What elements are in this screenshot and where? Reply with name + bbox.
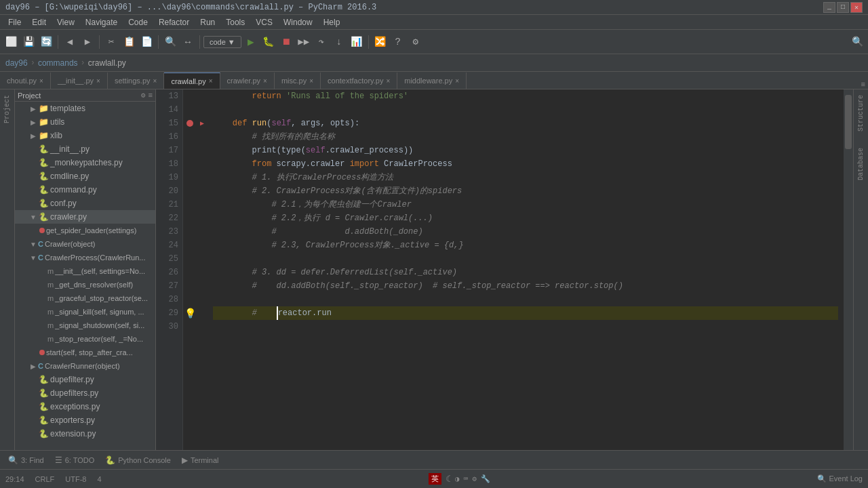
tree-item-get-dns[interactable]: m _get_dns_resolver(self) xyxy=(15,278,155,291)
tab-crawlall[interactable]: crawlall.py × xyxy=(164,73,220,89)
toolbar-search-all-btn[interactable]: 🔍 xyxy=(849,34,865,50)
toolbar-replace-btn[interactable]: ↔ xyxy=(180,34,196,50)
tree-item-utils[interactable]: ▶ 📁 utils xyxy=(15,115,155,129)
toolbar-project-btn[interactable]: ⬜ xyxy=(3,34,19,50)
project-panel-btn[interactable]: Project xyxy=(2,92,12,126)
tree-item-crawlerrunner[interactable]: ▶ C CrawlerRunner(object) xyxy=(15,359,155,373)
tree-item-xlib[interactable]: ▶ 📁 xlib xyxy=(15,129,155,142)
tab-misc-close[interactable]: × xyxy=(309,77,313,85)
tree-item-dupefilters[interactable]: 🐍 dupefilters.py xyxy=(15,386,155,400)
menu-vcs[interactable]: VCS xyxy=(250,16,278,28)
ime-tools-btn[interactable]: 🔧 xyxy=(481,474,490,483)
toolbar-stop-btn[interactable]: ⏹ xyxy=(278,34,294,50)
tab-crawler[interactable]: crawler.py × xyxy=(220,73,275,89)
scrollbar-track[interactable] xyxy=(844,89,853,450)
toolbar-run-dropdown[interactable]: code ▼ xyxy=(203,36,241,48)
toolbar-step-into-btn[interactable]: ↓ xyxy=(331,34,347,50)
tree-item-extension[interactable]: 🐍 extension.py xyxy=(15,427,155,441)
event-log-btn[interactable]: 🔍 Event Log xyxy=(817,474,863,483)
tab-misc[interactable]: misc.py × xyxy=(275,73,321,89)
toolbar-debug-btn[interactable]: 🐛 xyxy=(260,34,277,50)
menu-help[interactable]: Help xyxy=(318,16,346,28)
tree-gear-icon[interactable]: ⚙ xyxy=(141,91,146,100)
minimize-button[interactable]: _ xyxy=(823,2,835,13)
tab-settings[interactable]: settings.py × xyxy=(108,73,164,89)
close-button[interactable]: ✕ xyxy=(850,2,863,13)
breakpoint-15[interactable] xyxy=(186,120,193,127)
lightbulb-29[interactable]: 💡 xyxy=(183,306,197,320)
tree-item-cmdline[interactable]: 🐍 cmdline.py xyxy=(15,169,155,183)
tab-contextfactory[interactable]: contextfactory.py × xyxy=(321,73,397,89)
menu-edit[interactable]: Edit xyxy=(26,16,52,28)
tree-item-graceful-stop[interactable]: m _graceful_stop_reactor(se... xyxy=(15,291,155,305)
database-panel-btn[interactable]: Database xyxy=(856,145,866,183)
menu-code[interactable]: Code xyxy=(123,16,153,28)
tree-item-crawler[interactable]: ▼ 🐍 crawler.py xyxy=(15,210,155,224)
toolbar-help-btn[interactable]: ? xyxy=(390,34,406,50)
terminal-btn[interactable]: ▶ Terminal xyxy=(179,454,222,466)
ime-settings-btn[interactable]: ⚙ xyxy=(472,474,477,483)
toolbar-save-btn[interactable]: 💾 xyxy=(20,34,37,50)
tab-settings-close[interactable]: × xyxy=(153,77,157,85)
tree-item-init-method[interactable]: m __init__(self, settings=No... xyxy=(15,264,155,278)
toolbar-find-btn[interactable]: 🔍 xyxy=(162,34,178,50)
menu-refactor[interactable]: Refactor xyxy=(153,16,195,28)
scrollbar-thumb[interactable] xyxy=(845,95,852,149)
tab-middleware[interactable]: middleware.py × xyxy=(397,73,467,89)
tree-item-conf[interactable]: 🐍 conf.py xyxy=(15,197,155,210)
menu-view[interactable]: View xyxy=(52,16,80,28)
menu-file[interactable]: File xyxy=(3,16,26,28)
breadcrumb-file[interactable]: crawlall.py xyxy=(88,58,126,68)
tab-init-close[interactable]: × xyxy=(96,77,100,85)
tree-item-get-spider-loader[interactable]: get_spider_loader(settings) xyxy=(15,224,155,237)
tree-item-exporters[interactable]: 🐍 exporters.py xyxy=(15,413,155,427)
tab-contextfactory-close[interactable]: × xyxy=(386,77,390,85)
breadcrumb-root[interactable]: day96 xyxy=(5,58,28,68)
tree-item-command[interactable]: 🐍 command.py xyxy=(15,183,155,197)
toolbar-copy-btn[interactable]: 📋 xyxy=(121,34,137,50)
tree-item-signal-kill[interactable]: m _signal_kill(self, signum, ... xyxy=(15,305,155,319)
toolbar-paste-btn[interactable]: 📄 xyxy=(138,34,155,50)
breadcrumb-commands[interactable]: commands xyxy=(38,58,78,68)
tree-item-start-method[interactable]: start(self, stop_after_cra... xyxy=(15,346,155,359)
structure-panel-btn[interactable]: Structure xyxy=(856,92,866,134)
tree-item-signal-shutdown[interactable]: m _signal_shutdown(self, si... xyxy=(15,319,155,332)
toolbar-vcs-btn[interactable]: 🔀 xyxy=(372,34,389,50)
tree-item-crawlerprocess[interactable]: ▼ C CrawlerProcess(CrawlerRun... xyxy=(15,251,155,264)
tree-item-monkeypatches[interactable]: 🐍 _monkeypatches.py xyxy=(15,156,155,169)
toolbar-step-over-btn[interactable]: ↷ xyxy=(313,34,330,50)
tab-chouti-close[interactable]: × xyxy=(39,77,43,85)
python-console-btn[interactable]: 🐍 Python Console xyxy=(102,454,174,466)
tree-collapse-icon[interactable]: ≡ xyxy=(148,92,153,100)
menu-run[interactable]: Run xyxy=(195,16,220,28)
tree-item-init[interactable]: 🐍 __init__.py xyxy=(15,142,155,156)
todo-panel-btn[interactable]: ☰ 6: TODO xyxy=(52,454,98,466)
toolbar-forward-btn[interactable]: ▶ xyxy=(79,34,96,50)
find-panel-btn[interactable]: 🔍 3: Find xyxy=(5,454,47,466)
tree-item-stop-reactor[interactable]: m _stop_reactor(self, _=No... xyxy=(15,332,155,346)
toolbar-back-btn[interactable]: ◀ xyxy=(62,34,78,50)
tree-item-crawler-object[interactable]: ▼ C Crawler(object) xyxy=(15,237,155,251)
tab-middleware-close[interactable]: × xyxy=(455,77,459,85)
tab-crawlall-close[interactable]: × xyxy=(209,77,213,85)
menu-tools[interactable]: Tools xyxy=(220,16,250,28)
toolbar-coverage-btn[interactable]: 📊 xyxy=(349,34,365,50)
code-content[interactable]: return 'Runs all of the spiders' def run… xyxy=(208,89,844,450)
tabs-overflow[interactable]: ≡ xyxy=(861,81,865,89)
toolbar-sync-btn[interactable]: 🔄 xyxy=(38,34,54,50)
toolbar-cut-btn[interactable]: ✂ xyxy=(103,34,119,50)
toolbar-settings-btn[interactable]: ⚙ xyxy=(408,34,424,50)
menu-window[interactable]: Window xyxy=(278,16,318,28)
toolbar-run-btn[interactable]: ▶ xyxy=(243,34,259,50)
tree-item-templates[interactable]: ▶ 📁 templates xyxy=(15,102,155,115)
tree-item-dupefilter[interactable]: 🐍 dupefilter.py xyxy=(15,373,155,386)
menu-navigate[interactable]: Navigate xyxy=(80,16,123,28)
tab-init[interactable]: __init__.py × xyxy=(51,73,108,89)
tab-crawler-close[interactable]: × xyxy=(263,77,267,85)
tab-chouti[interactable]: chouti.py × xyxy=(0,73,51,89)
toolbar-resume-btn[interactable]: ▶▶ xyxy=(296,34,312,50)
maximize-button[interactable]: □ xyxy=(837,2,849,13)
ime-lang-btn[interactable]: 英 xyxy=(429,473,441,485)
tree-item-exceptions[interactable]: 🐍 exceptions.py xyxy=(15,400,155,413)
ime-keyboard-btn[interactable]: ⌨ xyxy=(464,474,469,483)
